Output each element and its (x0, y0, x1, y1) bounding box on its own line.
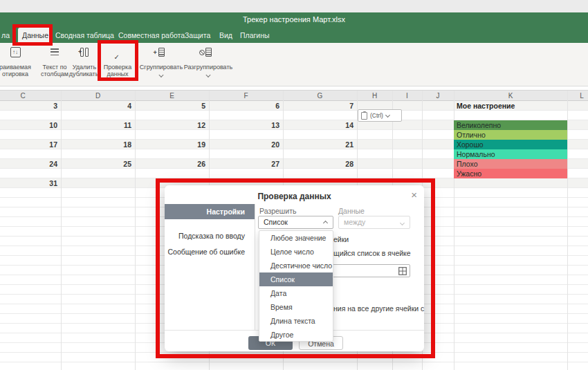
menu-tab-Защита[interactable]: Защита (185, 28, 210, 43)
data-validation-icon: ✓ (111, 47, 124, 59)
column-header-F[interactable]: F (232, 91, 260, 101)
chevron-up-icon (323, 221, 328, 225)
mood-cell-3[interactable]: Хорошо (454, 140, 567, 149)
dropdown-item[interactable]: Дата (259, 286, 333, 300)
sidebar-divider (255, 204, 255, 330)
apply-all-label-fragment: ния на все другие ячейки с (333, 304, 424, 313)
date-cell-26[interactable]: 26 (164, 159, 205, 169)
grid-row (0, 362, 588, 370)
range-picker-icon[interactable] (398, 267, 407, 275)
dropdown-item[interactable]: Десятичное число (259, 259, 333, 272)
dropdown-item[interactable]: Другое (259, 328, 333, 342)
document-title: Трекер настроения Март.xlsx (0, 15, 588, 24)
dropdown-item[interactable]: Список (259, 272, 333, 286)
sort-icon: ↑↓ (9, 47, 21, 59)
dialog-tab-1[interactable]: Настройки (165, 204, 255, 219)
date-cell-27[interactable]: 27 (238, 159, 279, 169)
allow-select[interactable]: Список (258, 216, 333, 229)
chevron-down-icon (158, 73, 163, 77)
allow-label: Разрешить (259, 207, 296, 215)
chevron-down-icon (385, 112, 390, 117)
date-cell-5[interactable]: 5 (164, 101, 205, 111)
grid-row (0, 111, 588, 120)
column-header-G[interactable]: G (306, 91, 334, 101)
menu-tab-Совместная работа[interactable]: Совместная работа (118, 28, 185, 43)
date-cell-18[interactable]: 18 (90, 140, 131, 149)
paste-options-button[interactable]: (Ctrl) (358, 109, 402, 122)
date-cell-6[interactable]: 6 (238, 101, 279, 111)
dropdown-item[interactable]: Целое число (259, 245, 333, 259)
column-header-C[interactable]: C (9, 91, 37, 101)
date-cell-14[interactable]: 14 (312, 120, 353, 130)
date-cell-19[interactable]: 19 (164, 140, 205, 149)
date-cell-20[interactable]: 20 (238, 140, 279, 149)
menu-tab-Вид[interactable]: Вид (219, 28, 232, 43)
paste-options-label: (Ctrl) (370, 112, 383, 119)
column-header-H[interactable]: H (361, 91, 389, 101)
mood-cell-2[interactable]: Отлично (454, 130, 567, 140)
date-cell-7[interactable]: 7 (312, 101, 353, 111)
column-header-L[interactable]: L (568, 91, 588, 101)
date-cell-21[interactable]: 21 (312, 140, 353, 149)
mood-cell-4[interactable]: Нормально (454, 149, 567, 159)
column-header-E[interactable]: E (158, 91, 186, 101)
dropdown-item[interactable]: Время (259, 300, 333, 314)
mood-cell-5[interactable]: Плохо (454, 159, 567, 169)
date-cell-13[interactable]: 13 (238, 120, 279, 130)
allow-type-dropdown: Любое значениеЦелое числоДесятичное числ… (259, 230, 333, 342)
date-cell-25[interactable]: 25 (90, 159, 131, 169)
date-cell-3[interactable]: 3 (16, 101, 57, 111)
column-header-I[interactable]: I (394, 91, 421, 101)
column-header-J[interactable]: J (424, 91, 452, 101)
date-cell-12[interactable]: 12 (164, 120, 205, 130)
date-cell-28[interactable]: 28 (312, 159, 353, 169)
ungroup-label: Разгруппировать (176, 64, 241, 71)
date-cell-17[interactable]: 17 (16, 140, 57, 149)
remove-duplicates-icon: + (78, 47, 91, 59)
column-header-D[interactable]: D (84, 91, 112, 101)
ignore-blank-label-fragment: ейки (333, 235, 349, 243)
group-icon: + (155, 47, 167, 59)
dropdown-item[interactable]: Любое значение (259, 231, 333, 245)
custom-sort-label: раиваемаяотировка (0, 64, 35, 77)
custom-sort-button[interactable]: ↑↓раиваемаяотировка (0, 43, 35, 86)
data-validation-dialog: Проверка данных × НастройкиПодсказка по … (165, 185, 424, 351)
allow-select-value: Список (264, 218, 288, 226)
date-cell-11[interactable]: 11 (90, 120, 131, 130)
date-cell-31[interactable]: 31 (16, 178, 57, 188)
close-icon[interactable]: × (411, 189, 417, 201)
dialog-tab-3[interactable]: Сообщение об ошибке (165, 244, 255, 259)
spreadsheet-app-window: Трекер настроения Март.xlsx лаДанныеСвод… (0, 0, 588, 370)
dialog-title: Проверка данных (165, 192, 424, 201)
menu-tab-ла[interactable]: ла (1, 28, 10, 43)
titlebar: Трекер настроения Март.xlsx лаДанныеСвод… (0, 12, 588, 43)
os-top-strip (0, 0, 588, 12)
mood-column-header[interactable]: Мое настроение (457, 101, 515, 111)
in-cell-list-label-fragment: щийся список в ячейке (333, 249, 411, 257)
column-header-row: CDEFGHIJKL (0, 91, 588, 101)
date-cell-4[interactable]: 4 (90, 101, 131, 111)
column-header-K[interactable]: K (497, 91, 524, 101)
gridline (135, 91, 136, 370)
chevron-down-icon (205, 73, 210, 77)
ungroup-button[interactable]: Разгруппировать (176, 43, 241, 86)
chevron-down-icon (400, 221, 405, 225)
dialog-tab-2[interactable]: Подсказка по вводу (165, 228, 255, 243)
clipboard-icon (361, 112, 367, 120)
date-cell-10[interactable]: 10 (16, 120, 57, 130)
gridline (61, 91, 62, 370)
mood-cell-1[interactable]: Великолепно (454, 120, 567, 130)
data-label: Данные (338, 207, 365, 215)
data-select-value: между (344, 218, 365, 226)
menu-tab-Сводная таблица[interactable]: Сводная таблица (55, 28, 114, 43)
text-to-columns-icon (48, 47, 61, 59)
date-cell-24[interactable]: 24 (16, 159, 57, 169)
data-select[interactable]: между (338, 216, 410, 229)
ribbon-toolbar: ↑↓раиваемаяотировкаТекст постолбцам+Удал… (0, 43, 588, 86)
menu-tab-Данные[interactable]: Данные (18, 28, 53, 43)
mood-cell-6[interactable]: Ужасно (454, 169, 567, 178)
dropdown-item[interactable]: Длина текста (259, 314, 333, 328)
menu-tab-Плагины[interactable]: Плагины (240, 28, 270, 43)
grid-row (0, 353, 588, 362)
gridline (567, 91, 568, 370)
